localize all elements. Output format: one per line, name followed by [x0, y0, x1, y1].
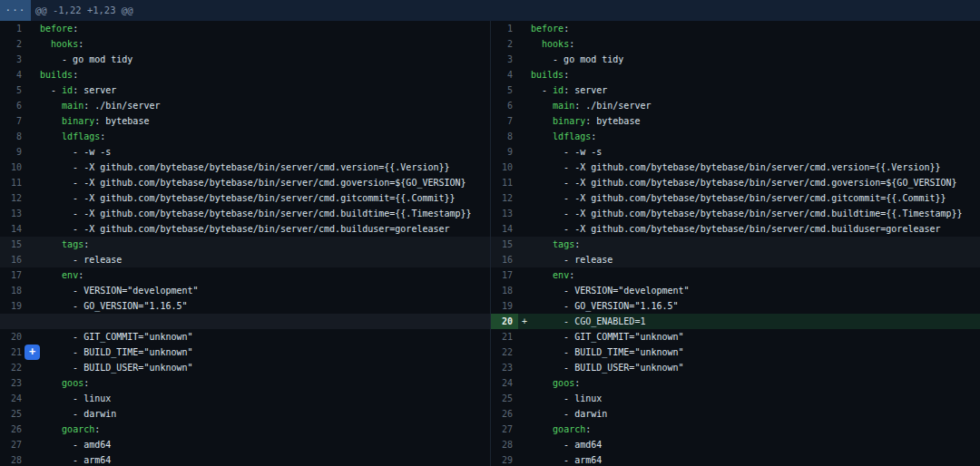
line-number[interactable]: 15: [491, 237, 518, 252]
diff-marker: [27, 329, 40, 345]
line-number[interactable]: 18: [0, 283, 27, 298]
expand-hunk-button[interactable]: ···: [0, 0, 31, 21]
line-number[interactable]: 26: [491, 406, 518, 422]
diff-marker: [518, 375, 531, 391]
line-number[interactable]: 28: [491, 437, 518, 452]
yaml-key: goarch: [553, 424, 585, 434]
yaml-text: : bytebase: [94, 116, 149, 126]
yaml-text: -: [531, 85, 553, 95]
line-number[interactable]: 27: [0, 437, 27, 452]
line-number[interactable]: 8: [0, 129, 27, 144]
line-number[interactable]: 25: [0, 406, 27, 422]
diff-marker: [27, 52, 40, 67]
line-number[interactable]: 4: [0, 67, 27, 83]
line-number[interactable]: 21: [0, 345, 27, 360]
yaml-key: goos: [553, 378, 574, 388]
yaml-key: before: [40, 24, 73, 34]
yaml-text: - go mod tidy: [40, 54, 132, 64]
line-number[interactable]: 3: [491, 52, 518, 67]
line-number[interactable]: 23: [491, 360, 518, 375]
diff-marker: [518, 36, 531, 52]
line-number[interactable]: 6: [491, 98, 518, 113]
line-number[interactable]: 24: [0, 391, 27, 406]
line-number[interactable]: 22: [491, 345, 518, 360]
line-number[interactable]: 25: [491, 391, 518, 406]
diff-marker: +: [518, 314, 531, 329]
yaml-text: - release: [531, 255, 612, 265]
hunk-header-row: ··· @@ -1,22 +1,23 @@: [0, 0, 980, 21]
line-number[interactable]: 21: [491, 329, 518, 345]
line-number[interactable]: 9: [0, 144, 27, 160]
line-number[interactable]: 29: [491, 452, 518, 466]
line-number[interactable]: 3: [0, 52, 27, 67]
line-number[interactable]: 16: [491, 252, 518, 267]
diff-pane-old: 1before:2 hooks:3 - go mod tidy4builds:5…: [0, 21, 490, 466]
diff-line: 9 - -w -s: [0, 144, 490, 160]
code-line-content: goos:: [40, 375, 89, 391]
line-number[interactable]: 19: [491, 298, 518, 314]
line-number[interactable]: 7: [0, 113, 27, 129]
line-number[interactable]: 18: [491, 283, 518, 298]
diff-marker: [518, 83, 531, 98]
diff-marker: [27, 452, 40, 466]
yaml-text: - GIT_COMMIT="unknown": [40, 332, 193, 342]
code-line-content: - GO_VERSION="1.16.5": [531, 298, 679, 314]
diff-line: 13 - -X github.com/bytebase/bytebase/bin…: [491, 206, 980, 221]
line-number[interactable]: 9: [491, 144, 518, 160]
yaml-key: tags: [62, 239, 83, 249]
line-number[interactable]: 14: [491, 221, 518, 237]
yaml-text: - arm64: [531, 455, 602, 465]
line-number[interactable]: 5: [491, 83, 518, 98]
yaml-text: [531, 131, 553, 141]
line-number[interactable]: 12: [0, 190, 27, 206]
add-comment-button[interactable]: +: [24, 345, 40, 360]
line-number[interactable]: 11: [491, 175, 518, 190]
line-number[interactable]: 5: [0, 83, 27, 98]
line-number[interactable]: 7: [491, 113, 518, 129]
diff-marker: [518, 391, 531, 406]
line-number[interactable]: 20: [491, 314, 518, 329]
line-number[interactable]: 11: [0, 175, 27, 190]
line-number[interactable]: 24: [491, 375, 518, 391]
diff-marker: [518, 283, 531, 298]
line-number[interactable]: 27: [491, 422, 518, 437]
yaml-text: [40, 424, 62, 434]
line-number[interactable]: 14: [0, 221, 27, 237]
line-number[interactable]: 2: [0, 36, 27, 52]
diff-marker: [518, 422, 531, 437]
code-line-content: - go mod tidy: [531, 52, 623, 67]
line-number[interactable]: 22: [0, 360, 27, 375]
line-number[interactable]: 26: [0, 422, 27, 437]
line-number[interactable]: 19: [0, 298, 27, 314]
diff-line: 5 - id: server: [491, 83, 980, 98]
code-line-content: main: ./bin/server: [531, 98, 651, 113]
line-number[interactable]: 12: [491, 190, 518, 206]
diff-line: 29 - arm64: [491, 452, 980, 466]
line-number[interactable]: 8: [491, 129, 518, 144]
line-number[interactable]: 16: [0, 252, 27, 267]
line-number[interactable]: 1: [491, 21, 518, 36]
line-number[interactable]: 4: [491, 67, 518, 83]
line-number[interactable]: 17: [0, 267, 27, 283]
yaml-text: - -w -s: [531, 147, 602, 157]
line-number[interactable]: 6: [0, 98, 27, 113]
yaml-text: [40, 378, 62, 388]
yaml-text: [531, 116, 553, 126]
line-number[interactable]: 20: [0, 329, 27, 345]
line-number[interactable]: 15: [0, 237, 27, 252]
line-number[interactable]: 13: [0, 206, 27, 221]
line-number[interactable]: 17: [491, 267, 518, 283]
yaml-text: :: [569, 270, 574, 280]
line-number[interactable]: 23: [0, 375, 27, 391]
line-number[interactable]: 10: [491, 160, 518, 175]
yaml-text: - go mod tidy: [531, 54, 623, 64]
line-number[interactable]: 13: [491, 206, 518, 221]
diff-view: ··· @@ -1,22 +1,23 @@ 1before:2 hooks:3 …: [0, 0, 980, 466]
line-number[interactable]: 28: [0, 452, 27, 466]
yaml-text: - VERSION="development": [531, 286, 690, 296]
diff-marker: [27, 36, 40, 52]
code-line-content: goarch:: [531, 422, 591, 437]
line-number[interactable]: 2: [491, 36, 518, 52]
line-number[interactable]: 10: [0, 160, 27, 175]
line-number[interactable]: 1: [0, 21, 27, 36]
